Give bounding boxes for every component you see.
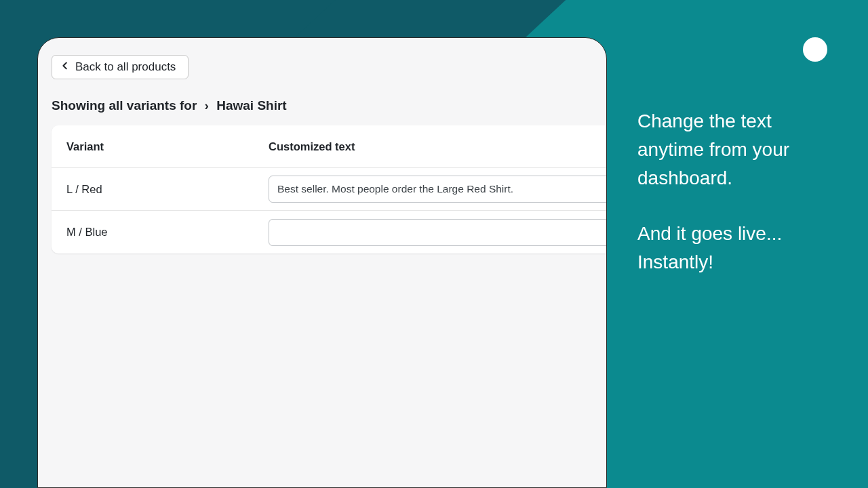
marketing-line-1: Change the text anytime from your dashbo… (637, 107, 841, 192)
breadcrumb-prefix: Showing all variants for (52, 98, 197, 113)
breadcrumb: Showing all variants for › Hawai Shirt (52, 98, 606, 113)
back-button-label: Back to all products (75, 60, 176, 74)
variants-card: Variant Customized text L / Red M / Blue (52, 125, 607, 253)
table-row: L / Red (52, 168, 607, 211)
variant-name: L / Red (52, 183, 269, 196)
variant-name: M / Blue (52, 226, 269, 239)
customized-text-input[interactable] (269, 176, 607, 203)
chevron-left-icon (60, 60, 70, 74)
decorative-dot (803, 37, 827, 62)
table-row: M / Blue (52, 211, 607, 253)
column-header-text: Customized text (269, 140, 607, 153)
marketing-line-2: And it goes live... Instantly! (637, 220, 841, 277)
table-header-row: Variant Customized text (52, 125, 607, 168)
breadcrumb-product: Hawai Shirt (216, 98, 286, 113)
dashboard-panel: Back to all products Showing all variant… (37, 37, 607, 488)
marketing-copy: Change the text anytime from your dashbo… (637, 107, 841, 277)
breadcrumb-separator: › (201, 98, 213, 113)
back-to-products-button[interactable]: Back to all products (52, 55, 189, 79)
column-header-variant: Variant (52, 140, 269, 153)
customized-text-input[interactable] (269, 219, 607, 246)
